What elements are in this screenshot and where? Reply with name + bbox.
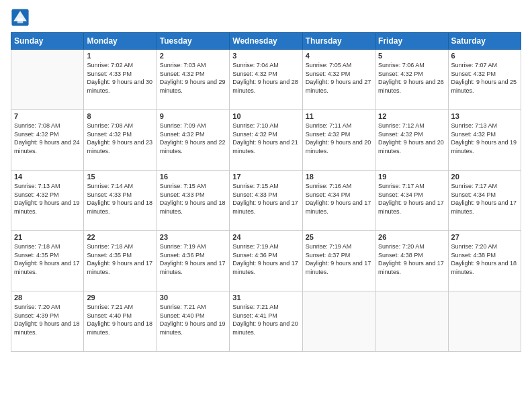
daylight-text: Daylight: 9 hours and 17 minutes. [87, 259, 153, 276]
day-number: 18 [306, 173, 372, 181]
day-number: 26 [378, 233, 445, 241]
sunset-text: Sunset: 4:32 PM [378, 130, 445, 139]
daylight-text: Daylight: 9 hours and 26 minutes. [378, 78, 445, 95]
day-info: Sunrise: 7:11 AM Sunset: 4:32 PM Dayligh… [306, 122, 372, 155]
daylight-text: Daylight: 9 hours and 23 minutes. [87, 138, 153, 155]
sunset-text: Sunset: 4:37 PM [306, 251, 372, 260]
sunset-text: Sunset: 4:32 PM [14, 130, 81, 139]
header-day: Tuesday [157, 33, 229, 50]
calendar-day [448, 291, 521, 352]
sunset-text: Sunset: 4:39 PM [14, 312, 81, 320]
day-info: Sunrise: 7:15 AM Sunset: 4:33 PM Dayligh… [160, 182, 226, 216]
calendar-day: 22 Sunrise: 7:18 AM Sunset: 4:35 PM Dayl… [84, 231, 157, 291]
day-number: 3 [232, 52, 299, 60]
day-info: Sunrise: 7:14 AM Sunset: 4:33 PM Dayligh… [87, 182, 153, 216]
sunrise-text: Sunrise: 7:13 AM [451, 122, 518, 130]
calendar-day: 4 Sunrise: 7:05 AM Sunset: 4:32 PM Dayli… [302, 50, 375, 110]
day-info: Sunrise: 7:05 AM Sunset: 4:32 PM Dayligh… [306, 61, 372, 95]
header-day: Saturday [448, 33, 521, 50]
day-number: 16 [160, 173, 226, 181]
header-day: Thursday [302, 33, 375, 50]
sunset-text: Sunset: 4:36 PM [160, 251, 226, 260]
daylight-text: Daylight: 9 hours and 30 minutes. [87, 78, 153, 95]
day-info: Sunrise: 7:21 AM Sunset: 4:40 PM Dayligh… [87, 303, 153, 336]
day-info: Sunrise: 7:17 AM Sunset: 4:34 PM Dayligh… [451, 182, 518, 216]
sunset-text: Sunset: 4:32 PM [87, 130, 153, 139]
day-number: 6 [451, 52, 518, 60]
daylight-text: Daylight: 9 hours and 22 minutes. [160, 138, 226, 155]
day-info: Sunrise: 7:21 AM Sunset: 4:41 PM Dayligh… [232, 303, 299, 336]
sunset-text: Sunset: 4:34 PM [451, 191, 518, 199]
sunrise-text: Sunrise: 7:19 AM [160, 242, 226, 251]
calendar-day: 11 Sunrise: 7:11 AM Sunset: 4:32 PM Dayl… [302, 110, 375, 171]
daylight-text: Daylight: 9 hours and 17 minutes. [14, 259, 81, 276]
calendar-day: 13 Sunrise: 7:13 AM Sunset: 4:32 PM Dayl… [448, 110, 521, 171]
sunset-text: Sunset: 4:32 PM [306, 130, 372, 139]
calendar-week: 1 Sunrise: 7:02 AM Sunset: 4:33 PM Dayli… [11, 50, 521, 110]
sunrise-text: Sunrise: 7:21 AM [87, 303, 153, 312]
day-number: 11 [306, 112, 372, 120]
calendar-day: 5 Sunrise: 7:06 AM Sunset: 4:32 PM Dayli… [375, 50, 448, 110]
sunrise-text: Sunrise: 7:06 AM [378, 61, 445, 70]
daylight-text: Daylight: 9 hours and 27 minutes. [306, 78, 372, 95]
calendar-day: 30 Sunrise: 7:21 AM Sunset: 4:40 PM Dayl… [157, 291, 229, 352]
day-info: Sunrise: 7:15 AM Sunset: 4:33 PM Dayligh… [232, 182, 299, 216]
day-number: 17 [232, 173, 299, 181]
sunrise-text: Sunrise: 7:17 AM [451, 182, 518, 191]
day-info: Sunrise: 7:19 AM Sunset: 4:36 PM Dayligh… [160, 242, 226, 276]
sunset-text: Sunset: 4:33 PM [87, 70, 153, 79]
daylight-text: Daylight: 9 hours and 17 minutes. [306, 199, 372, 216]
day-number: 10 [232, 112, 299, 120]
calendar-day: 6 Sunrise: 7:07 AM Sunset: 4:32 PM Dayli… [448, 50, 521, 110]
day-number: 25 [306, 233, 372, 241]
day-info: Sunrise: 7:02 AM Sunset: 4:33 PM Dayligh… [87, 61, 153, 95]
daylight-text: Daylight: 9 hours and 19 minutes. [14, 199, 81, 216]
page: SundayMondayTuesdayWednesdayThursdayFrid… [0, 0, 532, 411]
day-number: 19 [378, 173, 445, 181]
sunset-text: Sunset: 4:40 PM [87, 312, 153, 320]
day-number: 22 [87, 233, 153, 241]
day-number: 13 [451, 112, 518, 120]
daylight-text: Daylight: 9 hours and 19 minutes. [160, 320, 226, 336]
calendar-day: 25 Sunrise: 7:19 AM Sunset: 4:37 PM Dayl… [302, 231, 375, 291]
sunset-text: Sunset: 4:32 PM [14, 191, 81, 199]
sunset-text: Sunset: 4:32 PM [306, 70, 372, 79]
calendar-day: 26 Sunrise: 7:20 AM Sunset: 4:38 PM Dayl… [375, 231, 448, 291]
logo [11, 8, 32, 27]
day-info: Sunrise: 7:19 AM Sunset: 4:36 PM Dayligh… [232, 242, 299, 276]
daylight-text: Daylight: 9 hours and 17 minutes. [451, 199, 518, 216]
day-number: 14 [14, 173, 81, 181]
day-info: Sunrise: 7:17 AM Sunset: 4:34 PM Dayligh… [378, 182, 445, 216]
calendar-day: 21 Sunrise: 7:18 AM Sunset: 4:35 PM Dayl… [11, 231, 84, 291]
calendar-day: 15 Sunrise: 7:14 AM Sunset: 4:33 PM Dayl… [84, 171, 157, 231]
svg-rect-2 [17, 18, 23, 23]
day-info: Sunrise: 7:20 AM Sunset: 4:38 PM Dayligh… [378, 242, 445, 276]
daylight-text: Daylight: 9 hours and 28 minutes. [232, 78, 299, 95]
daylight-text: Daylight: 9 hours and 17 minutes. [232, 199, 299, 216]
logo-icon [11, 8, 30, 27]
sunset-text: Sunset: 4:34 PM [306, 191, 372, 199]
sunrise-text: Sunrise: 7:09 AM [160, 122, 226, 130]
calendar-day [302, 291, 375, 352]
sunrise-text: Sunrise: 7:02 AM [87, 61, 153, 70]
day-info: Sunrise: 7:13 AM Sunset: 4:32 PM Dayligh… [14, 182, 81, 216]
day-info: Sunrise: 7:07 AM Sunset: 4:32 PM Dayligh… [451, 61, 518, 95]
daylight-text: Daylight: 9 hours and 17 minutes. [378, 199, 445, 216]
sunset-text: Sunset: 4:33 PM [160, 191, 226, 199]
sunset-text: Sunset: 4:34 PM [378, 191, 445, 199]
calendar-day: 1 Sunrise: 7:02 AM Sunset: 4:33 PM Dayli… [84, 50, 157, 110]
day-info: Sunrise: 7:08 AM Sunset: 4:32 PM Dayligh… [87, 122, 153, 155]
daylight-text: Daylight: 9 hours and 21 minutes. [232, 138, 299, 155]
day-info: Sunrise: 7:06 AM Sunset: 4:32 PM Dayligh… [378, 61, 445, 95]
day-info: Sunrise: 7:12 AM Sunset: 4:32 PM Dayligh… [378, 122, 445, 155]
calendar-day: 14 Sunrise: 7:13 AM Sunset: 4:32 PM Dayl… [11, 171, 84, 231]
calendar-day: 9 Sunrise: 7:09 AM Sunset: 4:32 PM Dayli… [157, 110, 229, 171]
day-info: Sunrise: 7:04 AM Sunset: 4:32 PM Dayligh… [232, 61, 299, 95]
calendar-day: 28 Sunrise: 7:20 AM Sunset: 4:39 PM Dayl… [11, 291, 84, 352]
sunrise-text: Sunrise: 7:17 AM [378, 182, 445, 191]
daylight-text: Daylight: 9 hours and 29 minutes. [160, 78, 226, 95]
header-day: Sunday [11, 33, 84, 50]
sunrise-text: Sunrise: 7:03 AM [160, 61, 226, 70]
day-number: 28 [14, 293, 81, 302]
calendar-week: 21 Sunrise: 7:18 AM Sunset: 4:35 PM Dayl… [11, 231, 521, 291]
